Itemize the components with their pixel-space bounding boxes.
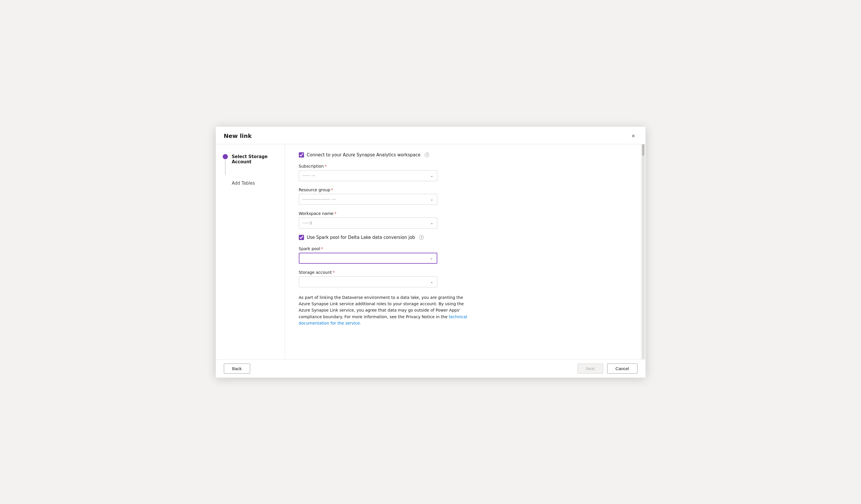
connect-synapse-checkbox[interactable] [299,152,304,158]
dialog-body: Select Storage Account Add Tables Connec… [216,144,645,359]
step-1-label: Select Storage Account [232,154,278,164]
next-button[interactable]: Next [577,364,603,373]
storage-account-field-group: Storage account * ⌄ [299,270,472,287]
step-1-indicator [223,153,228,175]
cancel-button[interactable]: Cancel [607,364,638,373]
spark-pool-field-group: Spark pool * ⌄ [299,246,472,264]
storage-account-label: Storage account * [299,270,472,275]
form-section: Connect to your Azure Synapse Analytics … [299,152,472,327]
spark-pool-chevron-icon: ⌄ [430,256,433,260]
dialog-title: New link [224,133,252,139]
resource-group-value: ······················ ··· [303,197,336,202]
workspace-name-value: ······) [303,221,312,225]
back-button[interactable]: Back [224,364,250,373]
storage-account-required-star: * [333,270,335,275]
subscription-required-star: * [325,164,327,168]
step-1: Select Storage Account Add Tables [223,153,278,186]
resource-group-chevron-icon: ⌄ [430,197,434,201]
workspace-name-chevron-icon: ⌄ [430,221,434,225]
main-content: Connect to your Azure Synapse Analytics … [285,144,641,359]
info-text: As part of linking the Dataverse environ… [299,294,472,327]
storage-account-chevron-icon: ⌄ [430,280,434,284]
step-1-line [225,160,226,175]
info-text-body: As part of linking the Dataverse environ… [299,295,464,319]
workspace-name-label: Workspace name * [299,211,472,216]
spark-pool-row: Use Spark pool for Delta Lake data conve… [299,235,472,240]
spark-pool-dropdown[interactable]: ⌄ [299,253,437,264]
connect-synapse-row: Connect to your Azure Synapse Analytics … [299,152,472,158]
connect-synapse-label: Connect to your Azure Synapse Analytics … [307,152,421,158]
close-button[interactable]: × [629,132,638,140]
resource-group-field-group: Resource group * ······················ … [299,188,472,205]
resource-group-required-star: * [331,188,333,192]
connect-synapse-info-icon: i [425,153,429,157]
step-2-label: Add Tables [232,181,278,186]
workspace-name-required-star: * [334,211,336,216]
workspace-name-field-group: Workspace name * ······) ⌄ [299,211,472,229]
subscription-field-group: Subscription * ······ ··· ⌄ [299,164,472,181]
step-1-dot [223,154,228,159]
workspace-name-dropdown[interactable]: ······) ⌄ [299,218,437,229]
subscription-label: Subscription * [299,164,472,168]
storage-account-dropdown[interactable]: ⌄ [299,276,437,287]
subscription-dropdown[interactable]: ······ ··· ⌄ [299,170,437,181]
sidebar: Select Storage Account Add Tables [216,144,285,359]
scrollbar-area [641,144,645,359]
dialog-footer: Back Next Cancel [216,359,645,378]
subscription-chevron-icon: ⌄ [430,173,434,178]
resource-group-label: Resource group * [299,188,472,192]
resource-group-dropdown[interactable]: ······················ ··· ⌄ [299,194,437,205]
dialog-header: New link × [216,127,645,144]
spark-pool-field-label: Spark pool * [299,246,472,251]
spark-pool-label: Use Spark pool for Delta Lake data conve… [307,235,415,240]
spark-pool-required-star: * [321,246,323,251]
new-link-dialog: New link × Select Storage Account Add Ta… [216,127,645,378]
subscription-value: ······ ··· [303,173,316,178]
spark-pool-checkbox[interactable] [299,235,304,240]
spark-pool-info-icon: i [419,235,424,240]
